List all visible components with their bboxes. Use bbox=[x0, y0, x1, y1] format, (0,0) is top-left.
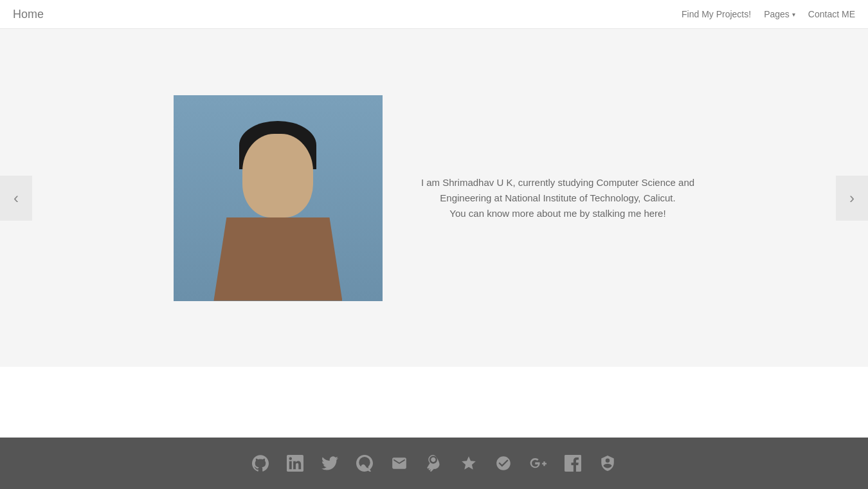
profile-photo-inner bbox=[174, 95, 383, 301]
bio-line3: You can know more about me by stalking m… bbox=[421, 206, 694, 221]
carousel-next-button[interactable]: › bbox=[836, 176, 868, 221]
footer-accessibility-icon[interactable] bbox=[495, 455, 512, 472]
nav-item-contact[interactable]: Contact ME bbox=[808, 9, 855, 19]
bio-line2: Engineering at National Institute of Tec… bbox=[421, 190, 694, 206]
footer-email-icon[interactable] bbox=[391, 455, 408, 472]
bio-text-container: I am Shrimadhav U K, currently studying … bbox=[421, 175, 694, 221]
nav-links: Find My Projects! Pages ▾ Contact ME bbox=[682, 9, 855, 19]
figure-face bbox=[242, 134, 313, 217]
bio-line1: I am Shrimadhav U K, currently studying … bbox=[421, 175, 694, 190]
nav-item-projects[interactable]: Find My Projects! bbox=[682, 9, 751, 19]
chevron-right-icon: › bbox=[849, 189, 854, 207]
nav-item-pages[interactable]: Pages ▾ bbox=[764, 9, 795, 19]
footer-quora-icon[interactable] bbox=[356, 455, 373, 472]
carousel-prev-button[interactable]: ‹ bbox=[0, 176, 32, 221]
carousel-section: ‹ I am Shrimadhav U K, currently studyin… bbox=[0, 29, 868, 367]
footer-keybase-icon[interactable] bbox=[426, 455, 442, 472]
footer-linkedin-icon[interactable] bbox=[287, 455, 303, 472]
between-section bbox=[0, 367, 868, 438]
nav-link-pages[interactable]: Pages ▾ bbox=[764, 9, 795, 19]
chevron-left-icon: ‹ bbox=[14, 189, 19, 207]
carousel-inner: I am Shrimadhav U K, currently studying … bbox=[0, 95, 868, 301]
footer-other-icon[interactable] bbox=[599, 455, 616, 472]
footer-star-icon[interactable] bbox=[460, 455, 477, 472]
nav-link-projects[interactable]: Find My Projects! bbox=[682, 9, 751, 19]
footer-github-icon[interactable] bbox=[252, 455, 269, 472]
footer-facebook-icon[interactable] bbox=[565, 455, 581, 472]
nav-brand[interactable]: Home bbox=[13, 8, 44, 21]
nav-link-contact[interactable]: Contact ME bbox=[808, 9, 855, 19]
footer-twitter-icon[interactable] bbox=[321, 455, 338, 472]
footer-googleplus-icon[interactable] bbox=[530, 455, 547, 472]
figure-body bbox=[213, 217, 342, 301]
chevron-down-icon: ▾ bbox=[792, 11, 795, 18]
navbar: Home Find My Projects! Pages ▾ Contact M… bbox=[0, 0, 868, 29]
profile-photo bbox=[174, 95, 383, 301]
footer bbox=[0, 438, 868, 489]
